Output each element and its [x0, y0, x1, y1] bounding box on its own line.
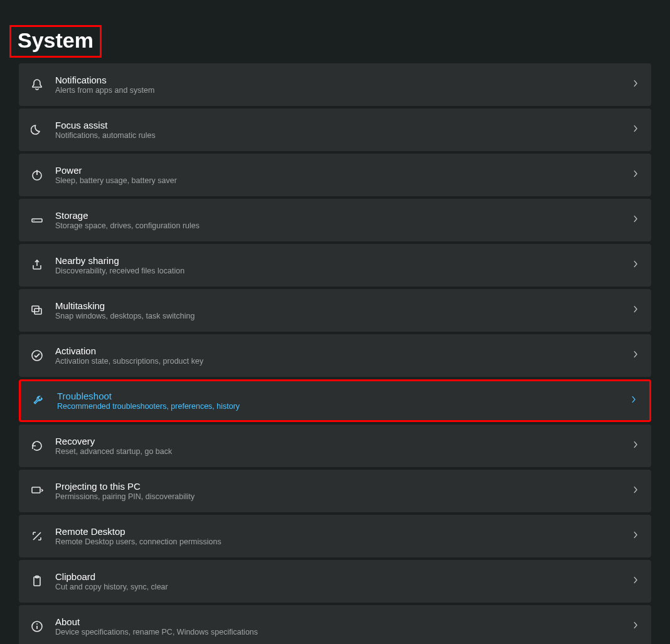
settings-item-text: TroubleshootRecommended troubleshooters,…	[57, 391, 623, 411]
chevron-right-icon	[631, 485, 640, 497]
settings-item-title: Clipboard	[55, 571, 625, 582]
settings-item-title: Notifications	[55, 75, 625, 85]
recovery-icon	[30, 439, 44, 453]
settings-item-title: Activation	[55, 346, 625, 356]
chevron-right-icon	[631, 79, 640, 90]
settings-item-subtitle: Storage space, drives, configuration rul…	[55, 221, 625, 230]
settings-item-title: Troubleshoot	[57, 391, 623, 401]
page-title: System	[18, 28, 93, 53]
settings-item-subtitle: Recommended troubleshooters, preferences…	[57, 402, 623, 411]
power-icon	[30, 168, 44, 182]
share-icon	[30, 258, 44, 272]
project-icon	[30, 484, 44, 498]
chevron-right-icon	[631, 124, 640, 135]
settings-item-text: NotificationsAlerts from apps and system	[55, 75, 625, 95]
chevron-right-icon	[631, 305, 640, 316]
chevron-right-icon	[631, 169, 640, 181]
settings-item-recovery[interactable]: RecoveryReset, advanced startup, go back	[19, 425, 651, 467]
settings-item-text: AboutDevice specifications, rename PC, W…	[55, 616, 625, 636]
settings-item-subtitle: Activation state, subscriptions, product…	[55, 357, 625, 366]
settings-item-subtitle: Alerts from apps and system	[55, 86, 625, 95]
settings-item-text: Remote DesktopRemote Desktop users, conn…	[55, 526, 625, 546]
settings-item-title: Focus assist	[55, 120, 625, 130]
settings-item-subtitle: Snap windows, desktops, task switching	[55, 312, 625, 320]
settings-item-text: Nearby sharingDiscoverability, received …	[55, 255, 625, 275]
chevron-right-icon	[631, 621, 640, 632]
settings-item-subtitle: Discoverability, received files location	[55, 267, 625, 275]
settings-item-about[interactable]: AboutDevice specifications, rename PC, W…	[19, 605, 651, 644]
chevron-right-icon	[629, 395, 638, 406]
settings-item-text: RecoveryReset, advanced startup, go back	[55, 436, 625, 456]
settings-item-text: StorageStorage space, drives, configurat…	[55, 210, 625, 230]
settings-item-subtitle: Reset, advanced startup, go back	[55, 447, 625, 456]
settings-item-focus-assist[interactable]: Focus assistNotifications, automatic rul…	[19, 108, 651, 151]
bell-icon	[30, 78, 44, 92]
settings-item-title: Recovery	[55, 436, 625, 446]
clipboard-icon	[30, 574, 44, 588]
chevron-right-icon	[631, 576, 640, 587]
settings-item-text: PowerSleep, battery usage, battery saver	[55, 165, 625, 185]
settings-item-subtitle: Notifications, automatic rules	[55, 131, 625, 140]
settings-item-troubleshoot[interactable]: TroubleshootRecommended troubleshooters,…	[19, 379, 651, 422]
settings-item-title: Multitasking	[55, 300, 625, 311]
settings-item-subtitle: Sleep, battery usage, battery saver	[55, 176, 625, 185]
settings-item-storage[interactable]: StorageStorage space, drives, configurat…	[19, 199, 651, 241]
settings-item-clipboard[interactable]: ClipboardCut and copy history, sync, cle…	[19, 560, 651, 603]
settings-item-title: Nearby sharing	[55, 255, 625, 266]
settings-item-title: Remote Desktop	[55, 526, 625, 537]
settings-item-title: Projecting to this PC	[55, 481, 625, 492]
remote-icon	[30, 529, 44, 543]
info-icon	[30, 620, 44, 633]
settings-item-text: Focus assistNotifications, automatic rul…	[55, 120, 625, 140]
settings-item-nearby-sharing[interactable]: Nearby sharingDiscoverability, received …	[19, 244, 651, 287]
settings-item-subtitle: Cut and copy history, sync, clear	[55, 583, 625, 591]
page-title-highlight: System	[9, 25, 102, 58]
settings-item-multitasking[interactable]: MultitaskingSnap windows, desktops, task…	[19, 289, 651, 332]
settings-item-title: Storage	[55, 210, 625, 221]
settings-item-power[interactable]: PowerSleep, battery usage, battery saver	[19, 154, 651, 196]
settings-item-subtitle: Remote Desktop users, connection permiss…	[55, 537, 625, 546]
chevron-right-icon	[631, 531, 640, 542]
settings-item-title: About	[55, 616, 625, 627]
settings-item-subtitle: Permissions, pairing PIN, discoverabilit…	[55, 492, 625, 501]
chevron-right-icon	[631, 350, 640, 361]
chevron-right-icon	[631, 260, 640, 271]
check-circle-icon	[30, 349, 44, 362]
drive-icon	[30, 213, 44, 227]
windows-icon	[30, 304, 44, 317]
settings-item-text: Projecting to this PCPermissions, pairin…	[55, 481, 625, 501]
settings-item-text: ClipboardCut and copy history, sync, cle…	[55, 571, 625, 591]
settings-item-text: ActivationActivation state, subscription…	[55, 346, 625, 366]
settings-item-subtitle: Device specifications, rename PC, Window…	[55, 628, 625, 636]
wrench-icon	[32, 394, 46, 408]
settings-item-projecting[interactable]: Projecting to this PCPermissions, pairin…	[19, 470, 651, 512]
chevron-right-icon	[631, 440, 640, 451]
settings-item-text: MultitaskingSnap windows, desktops, task…	[55, 300, 625, 320]
settings-item-notifications[interactable]: NotificationsAlerts from apps and system	[19, 63, 651, 106]
moon-icon	[30, 123, 44, 137]
settings-item-title: Power	[55, 165, 625, 176]
chevron-right-icon	[631, 214, 640, 226]
settings-list: NotificationsAlerts from apps and system…	[19, 63, 651, 644]
settings-item-activation[interactable]: ActivationActivation state, subscription…	[19, 334, 651, 377]
settings-item-remote-desktop[interactable]: Remote DesktopRemote Desktop users, conn…	[19, 515, 651, 557]
